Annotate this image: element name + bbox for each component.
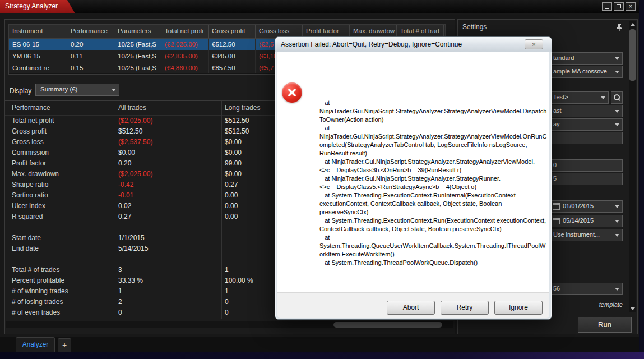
vertical-scrollbar[interactable] — [629, 21, 636, 312]
maximize-icon — [617, 4, 621, 8]
add-tab-button[interactable]: + — [58, 338, 71, 352]
settings-combo-2-value: ample MA crossove — [553, 68, 607, 75]
performance-column-header[interactable]: All trades — [115, 101, 221, 115]
performance-cell: Total net profit — [5, 116, 115, 126]
settings-combo-3-value: Test> — [553, 94, 568, 100]
chevron-down-icon — [615, 123, 619, 126]
performance-cell: Max. drawdown — [5, 169, 115, 180]
scroll-down-icon[interactable] — [631, 307, 635, 310]
scroll-up-icon[interactable] — [631, 23, 635, 26]
performance-cell: -0.42 — [115, 180, 221, 190]
retry-button[interactable]: Retry — [441, 301, 489, 315]
settings-combo-3[interactable]: Test> — [550, 91, 609, 104]
performance-cell: 1 — [115, 286, 221, 297]
chevron-down-icon — [615, 220, 619, 223]
performance-cell: Sortino ratio — [5, 190, 115, 201]
performance-cell: Start date — [5, 233, 115, 243]
results-column-header[interactable]: Performance — [67, 25, 114, 38]
settings-combo-4-value: ast — [553, 107, 562, 114]
results-cell: 0.11 — [67, 50, 114, 62]
settings-combo-7[interactable]: 56 — [550, 283, 623, 295]
settings-combo-4[interactable]: ast — [550, 105, 623, 117]
settings-combo-5[interactable]: ay — [550, 118, 623, 131]
performance-cell: 2 — [115, 297, 221, 307]
results-cell: (€2,835.00) — [161, 50, 209, 62]
performance-cell: 5/14/2015 — [115, 243, 221, 254]
desktop-bottom-strip — [0, 352, 644, 359]
chevron-down-icon — [112, 89, 116, 91]
window-titlebar[interactable]: Strategy Analyzer × — [0, 0, 639, 13]
pin-icon[interactable] — [616, 24, 623, 31]
results-cell: 10/25 (Fast,S — [114, 39, 161, 50]
chevron-down-icon — [615, 57, 619, 60]
chevron-down-icon — [615, 288, 619, 291]
window-controls: × — [602, 2, 636, 11]
performance-cell: 0.27 — [115, 211, 221, 222]
dialog-close-button[interactable]: × — [525, 39, 543, 49]
close-icon: × — [629, 3, 632, 10]
start-date-value: 01/01/2015 — [563, 202, 594, 209]
performance-cell: Sharpe ratio — [5, 180, 115, 190]
performance-cell: Percent profitable — [5, 275, 115, 286]
settings-combo-1[interactable]: tandard — [550, 52, 623, 65]
close-button[interactable]: × — [626, 2, 636, 11]
performance-cell: 1/1/2015 — [115, 233, 221, 243]
settings-input-3[interactable]: 5 — [550, 173, 623, 185]
settings-combo-2[interactable]: ample MA crossove — [550, 66, 623, 78]
vertical-scrollbar-thumb[interactable] — [629, 29, 636, 81]
results-column-header[interactable]: Gross profit — [209, 25, 256, 38]
minimize-button[interactable] — [602, 2, 612, 11]
close-icon: × — [532, 41, 535, 48]
chevron-down-icon — [615, 110, 619, 113]
performance-cell: # of even trades — [5, 307, 115, 318]
performance-cell — [115, 254, 221, 265]
abort-button[interactable]: Abort — [387, 301, 435, 315]
end-date-picker[interactable]: 05/14/2015 — [550, 215, 623, 227]
performance-cell — [5, 222, 115, 233]
performance-cell: Profit factor — [5, 158, 115, 169]
performance-column-header[interactable]: Performance — [5, 101, 115, 115]
performance-cell: 3 — [115, 265, 221, 275]
tab-analyzer[interactable]: Analyzer — [16, 337, 55, 352]
results-column-header[interactable]: Total net profi — [161, 25, 209, 38]
results-cell: 0.20 — [67, 39, 114, 50]
screen: Strategy Analyzer × InstrumentPerformanc… — [0, 0, 644, 359]
start-date-picker[interactable]: 01/01/2015 — [550, 200, 623, 213]
settings-input-3-value: 5 — [553, 175, 557, 182]
results-cell: ES 06-15 — [9, 39, 67, 50]
maximize-button[interactable] — [614, 2, 624, 11]
chevron-down-icon — [615, 234, 619, 237]
performance-cell: 0.20 — [115, 158, 221, 169]
results-cell: 0.15 — [67, 62, 114, 73]
performance-cell: Ulcer index — [5, 201, 115, 211]
performance-cell: 0 — [115, 307, 221, 318]
performance-cell: $512.50 — [115, 126, 221, 137]
results-column-header[interactable]: Parameters — [114, 25, 161, 38]
performance-cell: # of winning trades — [5, 286, 115, 297]
template-label[interactable]: template — [550, 301, 623, 308]
performance-cell: Gross profit — [5, 126, 115, 137]
display-dropdown[interactable]: Summary (€) — [35, 84, 119, 96]
run-button[interactable]: Run — [578, 317, 632, 333]
results-cell: 10/25 (Fast,S — [114, 50, 161, 62]
ignore-button[interactable]: Ignore — [494, 301, 543, 315]
stack-trace-text: at NinjaTrader.Gui.NinjaScript.StrategyA… — [319, 99, 547, 301]
dialog-titlebar[interactable]: Assertion Failed: Abort=Quit, Retry=Debu… — [275, 37, 552, 52]
results-cell: (€2,025.00) — [161, 39, 209, 50]
performance-cell: ($2,537.50) — [115, 137, 221, 148]
search-icon — [614, 94, 619, 99]
settings-input-1[interactable] — [550, 132, 623, 144]
horizontal-scrollbar[interactable] — [6, 321, 453, 328]
performance-cell — [5, 254, 115, 265]
window-title-tab: Strategy Analyzer — [0, 0, 75, 13]
results-column-header[interactable]: Instrument — [9, 25, 67, 38]
settings-input-2-value: 0 — [553, 162, 557, 168]
horizontal-scrollbar-thumb[interactable] — [333, 322, 442, 328]
results-cell: Combined re — [9, 62, 67, 73]
chevron-down-icon — [615, 71, 619, 73]
settings-combo-7-value: 56 — [553, 285, 560, 292]
settings-combo-6-value: Use instrument... — [553, 231, 600, 238]
search-button[interactable] — [611, 91, 623, 104]
settings-combo-6[interactable]: Use instrument... — [550, 229, 623, 241]
settings-input-2[interactable]: 0 — [550, 159, 623, 172]
